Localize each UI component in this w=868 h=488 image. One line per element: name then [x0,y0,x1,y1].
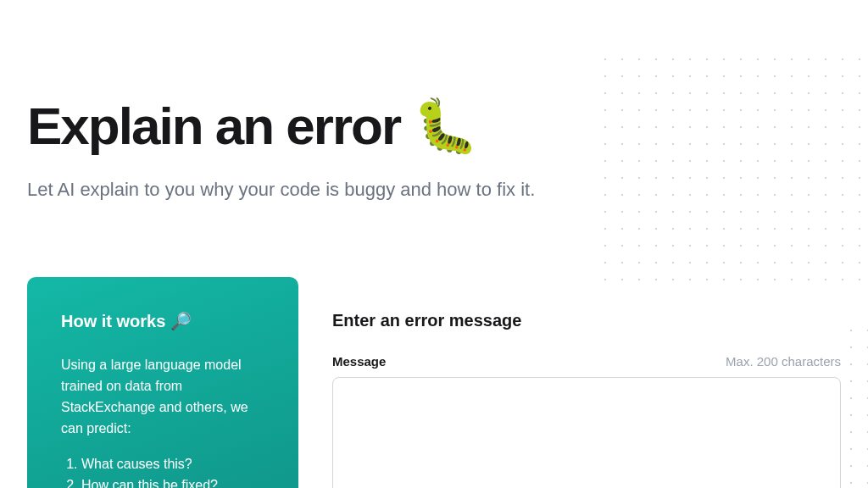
form-title: Enter an error message [332,311,841,330]
error-form: Enter an error message Message Max. 200 … [332,277,841,488]
how-it-works-title: How it works 🔎 [61,311,264,331]
page-subtitle: Let AI explain to you why your code is b… [27,179,841,201]
hero-section: Explain an error 🐛 Let AI explain to you… [0,0,868,201]
how-it-works-description: Using a large language model trained on … [61,355,264,439]
message-input[interactable] [332,377,841,488]
message-hint: Max. 200 characters [726,354,841,369]
page-title: Explain an error 🐛 [27,97,841,155]
main-content-row: How it works 🔎 Using a large language mo… [0,277,868,488]
list-item: What causes this? [81,454,264,475]
message-field-header: Message Max. 200 characters [332,354,841,369]
message-label: Message [332,354,386,369]
how-it-works-list: What causes this? How can this be fixed? [61,454,264,488]
how-it-works-card: How it works 🔎 Using a large language mo… [27,277,298,488]
list-item: How can this be fixed? [81,475,264,488]
